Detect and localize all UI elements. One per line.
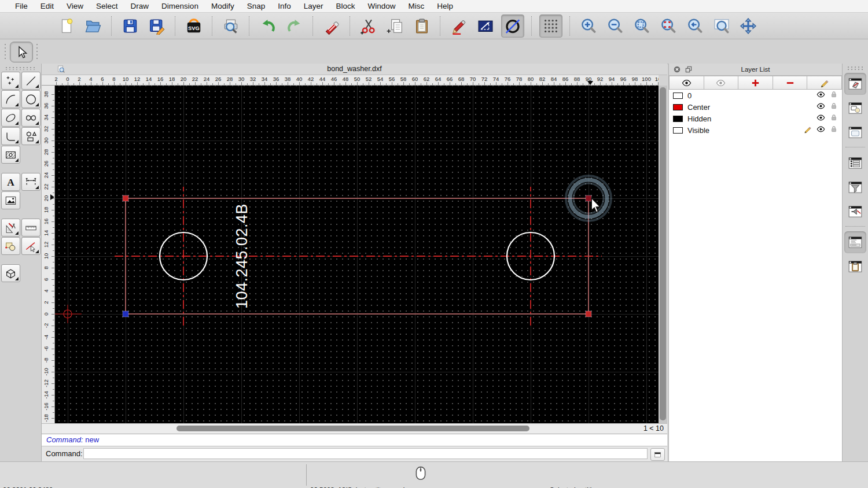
- menu-window[interactable]: Window: [362, 2, 402, 10]
- drawing-canvas[interactable]: 104.245.02.4B: [55, 86, 659, 423]
- w-library-widget-button[interactable]: [844, 121, 866, 143]
- close-icon[interactable]: [673, 65, 681, 73]
- cube3d-tool-button[interactable]: [1, 264, 20, 282]
- pen-attributes-button[interactable]: [448, 15, 470, 37]
- vertical-scrollbar[interactable]: [659, 86, 667, 423]
- construction-tool-button[interactable]: [1, 219, 20, 236]
- menu-block[interactable]: Block: [330, 2, 362, 10]
- menu-dimension[interactable]: Dimension: [155, 2, 205, 10]
- layer-visibility-icon[interactable]: [816, 102, 825, 113]
- w-layer-widget-button[interactable]: [844, 73, 866, 95]
- layer-visibility-icon[interactable]: [816, 90, 825, 101]
- paste-button[interactable]: [411, 15, 433, 37]
- part-number-text[interactable]: 104.245.02.4B: [233, 204, 251, 309]
- menu-layer[interactable]: Layer: [297, 2, 330, 10]
- points-tool-button[interactable]: [1, 72, 20, 90]
- menu-snap[interactable]: Snap: [241, 2, 272, 10]
- image-tool-button[interactable]: [1, 191, 20, 209]
- layer-row-visible[interactable]: Visible: [669, 124, 842, 136]
- command-input[interactable]: [83, 448, 648, 459]
- zoom-previous-button[interactable]: [684, 15, 706, 37]
- open-file-button[interactable]: [82, 15, 104, 37]
- layer-color-swatch[interactable]: [673, 104, 683, 110]
- w-filter-widget-button[interactable]: [844, 176, 866, 198]
- menu-file[interactable]: File: [9, 2, 34, 10]
- layer-color-swatch[interactable]: [673, 127, 683, 134]
- menu-edit[interactable]: Edit: [34, 2, 60, 10]
- entity-handle[interactable]: [586, 195, 591, 201]
- layer-row-hidden[interactable]: Hidden: [669, 113, 842, 124]
- layer-color-swatch[interactable]: [673, 93, 683, 99]
- entity-handle[interactable]: [586, 311, 591, 317]
- sidebar-drag-handle[interactable]: [847, 66, 864, 71]
- edit-layer-button[interactable]: [807, 76, 842, 90]
- menu-misc[interactable]: Misc: [402, 2, 431, 10]
- w-list-widget-button[interactable]: [844, 152, 866, 174]
- print-preview-button[interactable]: [220, 15, 242, 37]
- document-tab-bar[interactable]: bond_washer.dxf: [42, 64, 667, 75]
- layer-row-center[interactable]: Center: [669, 101, 842, 113]
- dimension-tool-button[interactable]: [21, 173, 41, 191]
- block-tool-button[interactable]: [1, 237, 20, 255]
- menu-info[interactable]: Info: [271, 2, 297, 10]
- hatch-tool-button[interactable]: [1, 146, 20, 164]
- horizontal-scrollbar[interactable]: 1 < 10: [42, 423, 667, 434]
- layer-visibility-icon[interactable]: [816, 113, 825, 124]
- layer-lock-icon[interactable]: [830, 125, 838, 135]
- measure-tool-button[interactable]: [21, 219, 41, 236]
- layer-lock-icon[interactable]: [830, 90, 838, 101]
- w-cmdline-widget-button[interactable]: [844, 231, 866, 253]
- toolbar-drag-handle[interactable]: [36, 43, 38, 60]
- draft-mode-button[interactable]: [501, 14, 524, 38]
- w-clipboard-widget-button[interactable]: [844, 256, 866, 278]
- delete-eraser-button[interactable]: [321, 15, 343, 37]
- zoom-out-button[interactable]: [604, 15, 626, 37]
- add-layer-button[interactable]: [738, 76, 773, 90]
- text-tool-button[interactable]: A: [1, 173, 20, 191]
- menu-select[interactable]: Select: [90, 2, 124, 10]
- menu-help[interactable]: Help: [431, 2, 459, 10]
- zoom-window-button[interactable]: [711, 15, 733, 37]
- eye-off-button[interactable]: [704, 76, 739, 90]
- vertical-scrollbar-thumb[interactable]: [660, 87, 666, 420]
- svg-export-button[interactable]: SVG: [183, 15, 205, 37]
- palette-drag-handle[interactable]: [5, 66, 37, 70]
- cut-button[interactable]: [358, 15, 380, 37]
- horizontal-scrollbar-thumb[interactable]: [176, 426, 529, 431]
- zoom-auto-button[interactable]: [631, 15, 653, 37]
- zoom-pan-button[interactable]: [737, 15, 759, 37]
- undo-button[interactable]: [257, 15, 279, 37]
- circle-tool-button[interactable]: [21, 90, 41, 108]
- select-tool-button[interactable]: [10, 42, 33, 62]
- redo-button[interactable]: [284, 15, 306, 37]
- entity-handle[interactable]: [123, 311, 128, 317]
- w-speaker-widget-button[interactable]: [844, 201, 866, 223]
- menu-draw[interactable]: Draw: [124, 2, 156, 10]
- layer-color-swatch[interactable]: [673, 116, 683, 122]
- w-block-widget-button[interactable]: [844, 97, 866, 119]
- menu-view[interactable]: View: [60, 2, 90, 10]
- entity-handle[interactable]: [123, 195, 128, 201]
- zoom-in-button[interactable]: [578, 15, 599, 37]
- modify-tool-button[interactable]: [21, 237, 41, 255]
- arc-tool-button[interactable]: [1, 90, 20, 108]
- save-as-button[interactable]: [146, 15, 168, 37]
- save-button[interactable]: [119, 15, 141, 37]
- eye-button[interactable]: [669, 76, 704, 90]
- layer-lock-icon[interactable]: [830, 102, 838, 112]
- toolbar-drag-handle[interactable]: [4, 43, 6, 60]
- undock-icon[interactable]: [685, 65, 693, 73]
- line-attributes-button[interactable]: [475, 15, 496, 37]
- layer-row-0[interactable]: 0: [669, 90, 842, 101]
- ellipse-tool-button[interactable]: [1, 109, 20, 127]
- copy-button[interactable]: [384, 15, 406, 37]
- polyline-tool-button[interactable]: [1, 127, 20, 145]
- shapes-tool-button[interactable]: [21, 127, 41, 145]
- zoom-selected-button[interactable]: [657, 15, 679, 37]
- new-file-button[interactable]: [56, 15, 78, 37]
- grid-toggle-button[interactable]: [539, 14, 562, 38]
- remove-layer-button[interactable]: [773, 76, 808, 90]
- layer-visibility-icon[interactable]: [816, 125, 825, 136]
- menu-modify[interactable]: Modify: [205, 2, 241, 10]
- line-tool-button[interactable]: [21, 72, 41, 90]
